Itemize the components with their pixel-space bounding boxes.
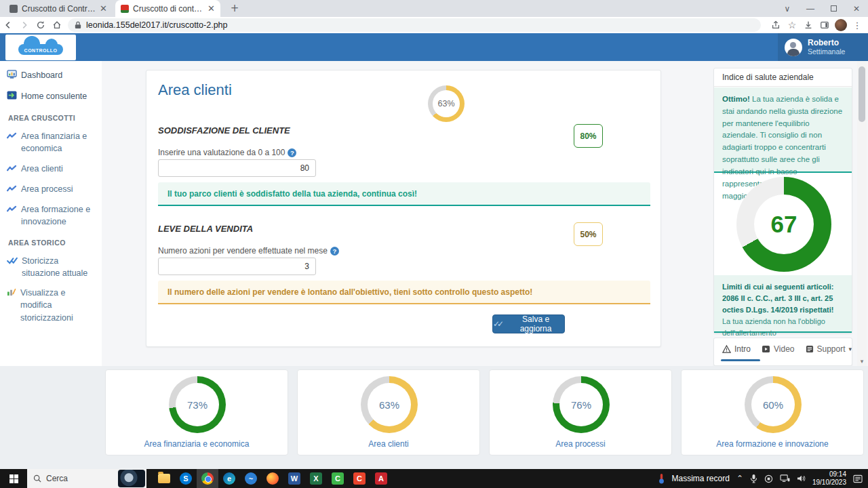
summary-label: Area clienti <box>298 439 479 449</box>
menu-kebab-icon[interactable]: ⋮ <box>849 18 865 32</box>
donut-percent: 60% <box>763 399 783 411</box>
tray-weather-label[interactable]: Massima record <box>672 474 730 483</box>
window-minimize-button[interactable]: — <box>799 0 822 17</box>
skype-icon[interactable]: S <box>175 469 197 488</box>
sidebar-item-area-clienti[interactable]: Area clienti <box>7 163 96 176</box>
scrollbar-thumb[interactable] <box>859 66 865 122</box>
sidebar-item-visualizza[interactable]: Visualizza e modifica storicizzazioni <box>7 287 96 323</box>
tab-title: Cruscotto di controllo <box>133 4 203 14</box>
profile-avatar[interactable] <box>833 18 849 32</box>
taskbar-apps: S e ~ W X C C A <box>153 469 392 488</box>
help-tabs-panel: Intro Video Support ▾ <box>713 338 852 366</box>
tab-intro[interactable]: Intro <box>722 344 751 354</box>
firefox-icon[interactable] <box>262 469 283 488</box>
tab-close-icon[interactable]: ✕ <box>208 3 215 14</box>
sidebar-item-label: Storicizza situazione attuale <box>22 255 96 279</box>
summary-card-clienti[interactable]: 63% Area clienti <box>297 369 480 455</box>
address-bar[interactable]: leonida.155del2017.it/cruscotto-2.php <box>68 18 761 32</box>
donut-percent: 63% <box>437 99 454 108</box>
sidebar-item-label: Visualizza e modifica storicizzazioni <box>20 287 96 323</box>
sidebar-item-storicizza[interactable]: Storicizza situazione attuale <box>7 255 96 279</box>
tab-favicon <box>9 5 18 13</box>
taskbar-clock[interactable]: 09:1419/10/2023 <box>812 470 846 487</box>
screen: Cruscotto di Controllo || Pannell ✕ Crus… <box>0 0 868 488</box>
window-close-button[interactable]: ✕ <box>845 0 868 17</box>
sidebar-item-area-finanziaria[interactable]: Area finanziaria e economica <box>7 130 96 155</box>
word-icon[interactable]: W <box>283 469 305 488</box>
chrome-icon[interactable] <box>197 469 218 488</box>
speaker-icon[interactable] <box>797 474 806 483</box>
app-logo[interactable]: CONTROLLO <box>5 35 76 60</box>
camtasia-icon[interactable]: C <box>327 469 349 488</box>
scroll-down-arrow-icon[interactable]: ▾ <box>857 358 867 365</box>
azioni-input[interactable] <box>158 258 316 275</box>
help-icon[interactable]: ? <box>288 148 296 157</box>
back-icon[interactable] <box>0 18 16 32</box>
tab-video[interactable]: Video <box>762 344 794 354</box>
user-menu[interactable]: Roberto Settimanale <box>778 33 868 61</box>
user-avatar <box>785 39 802 56</box>
line-chart-icon <box>7 204 17 216</box>
sidebar-item-home-consulente[interactable]: Home consulente <box>7 90 96 103</box>
file-explorer-icon[interactable] <box>153 469 175 488</box>
home-icon[interactable] <box>49 18 65 32</box>
tray-expand-icon[interactable]: ⌃ <box>736 474 743 483</box>
screen-record-icon[interactable] <box>764 474 773 483</box>
tab-support[interactable]: Support ▾ <box>806 344 852 354</box>
teams-icon[interactable]: ~ <box>240 469 262 488</box>
taskbar-search[interactable]: Cerca <box>27 469 146 488</box>
summary-card-formazione[interactable]: 60% Area formazione e innovazione <box>681 369 864 455</box>
tab-close-icon[interactable]: ✕ <box>100 3 107 14</box>
new-tab-button[interactable]: + <box>228 2 241 16</box>
reload-icon[interactable] <box>33 18 49 32</box>
notification-center-icon[interactable] <box>853 474 863 483</box>
share-icon[interactable] <box>768 18 784 32</box>
donut-percent: 76% <box>571 399 591 411</box>
legal-message: Limiti di cui ai seguenti articoli: 2086… <box>714 275 852 333</box>
side-panel-icon[interactable] <box>816 18 833 32</box>
bookmark-star-icon[interactable]: ☆ <box>784 18 800 32</box>
summary-label: Area processi <box>490 439 671 449</box>
scrollbar[interactable]: ▾ <box>857 61 867 366</box>
recorder-icon[interactable]: C <box>349 469 370 488</box>
start-button[interactable] <box>0 469 27 488</box>
lock-icon <box>75 21 81 29</box>
dashboard-icon <box>7 70 17 83</box>
forward-icon[interactable] <box>16 18 33 32</box>
save-button[interactable]: ✓✓ Salva e aggiorna <box>492 314 565 333</box>
tabstrip-chevron-icon[interactable]: ∨ <box>776 0 799 17</box>
summary-label: Area formazione e innovazione <box>682 439 863 449</box>
excel-icon[interactable]: X <box>305 469 327 488</box>
acrobat-icon[interactable]: A <box>370 469 392 488</box>
cloud-logo-icon: CONTROLLO <box>18 39 63 56</box>
donut-percent: 73% <box>187 399 208 411</box>
sidebar-item-area-processi[interactable]: Area processi <box>7 183 96 196</box>
valutazione-input[interactable] <box>158 159 316 177</box>
section-heading: SODDISFAZIONE DEL CLIENTE <box>158 125 290 136</box>
window-maximize-button[interactable] <box>822 0 845 17</box>
browser-toolbar: leonida.155del2017.it/cruscotto-2.php ☆ … <box>0 17 868 33</box>
browser-tab-active[interactable]: Cruscotto di controllo ✕ <box>115 0 220 17</box>
summary-card-finanziaria[interactable]: 73% Area finanziaria e economica <box>105 369 288 455</box>
edge-icon[interactable]: e <box>218 469 240 488</box>
summary-donut: 63% <box>361 376 418 433</box>
system-tray: Massima record ⌃ 09:1419/10/2023 <box>658 469 868 488</box>
double-check-icon <box>7 256 18 268</box>
line-chart-icon <box>7 131 17 143</box>
sidebar-item-label: Area formazione e innovazione <box>21 203 96 228</box>
tab-title: Cruscotto di Controllo || Pannell <box>22 4 96 14</box>
warning-triangle-icon <box>722 345 731 353</box>
home-consulente-icon <box>7 91 17 103</box>
sidebar-group-title: AREA CRUSCOTTI <box>8 114 96 122</box>
summary-donut: 60% <box>745 376 802 433</box>
network-display-icon[interactable] <box>780 474 790 483</box>
sidebar-item-dashboard[interactable]: Dashboard <box>7 69 96 83</box>
microphone-icon[interactable] <box>750 474 757 483</box>
news-widget-image[interactable] <box>118 470 145 487</box>
summary-card-processi[interactable]: 76% Area processi <box>489 369 672 455</box>
video-icon <box>762 345 770 353</box>
help-icon[interactable]: ? <box>330 247 339 256</box>
download-icon[interactable] <box>800 18 816 32</box>
browser-tab-inactive[interactable]: Cruscotto di Controllo || Pannell ✕ <box>4 0 113 17</box>
sidebar-item-area-formazione[interactable]: Area formazione e innovazione <box>7 203 96 228</box>
